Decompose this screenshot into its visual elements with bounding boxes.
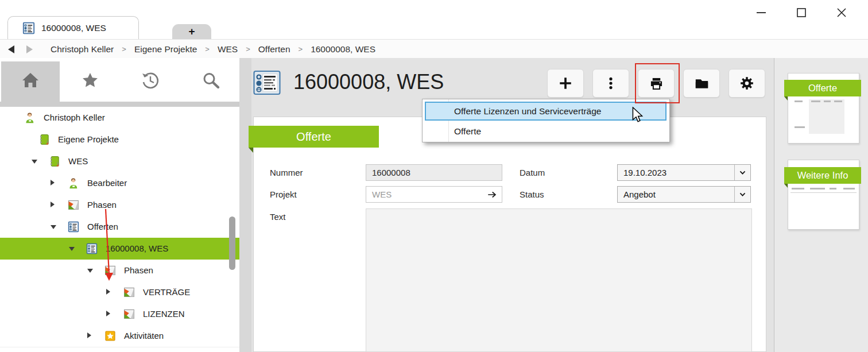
search-icon[interactable] [201, 71, 220, 90]
expander-collapse-icon[interactable] [69, 247, 75, 251]
red-annotation-box [635, 63, 680, 103]
more-actions-button[interactable] [592, 69, 629, 98]
ribbon-fold [249, 148, 253, 153]
expander-expand-icon[interactable] [106, 289, 110, 295]
breadcrumb: Christoph Keller > Eigene Projekte > WES… [51, 40, 375, 59]
tree-item-label: WES [68, 150, 88, 172]
expander-expand-icon[interactable] [51, 180, 55, 185]
tab-label: 16000008, WES [41, 17, 106, 40]
expander-expand-icon[interactable] [51, 202, 55, 207]
datum-value: 19.10.2023 [623, 165, 666, 180]
thumbnail-ribbon-offerte[interactable]: Offerte [784, 80, 861, 96]
tree-item-christoph-keller[interactable]: Christoph Keller [0, 107, 239, 129]
page-title: 16000008, WES [293, 70, 444, 94]
document-tab[interactable]: 16000008, WES [7, 16, 139, 40]
expander-collapse-icon[interactable] [51, 225, 56, 229]
expander-expand-icon[interactable] [106, 311, 110, 316]
activities-icon [104, 330, 116, 342]
chevron-down-icon [738, 168, 747, 177]
settings-button[interactable] [728, 69, 765, 98]
titlebar: 16000008, WES + [0, 0, 868, 39]
tree-item-offerten[interactable]: Offerten [0, 216, 239, 238]
history-icon[interactable] [141, 71, 160, 90]
forward-button[interactable] [26, 45, 33, 53]
tree-item-label: Offerten [87, 216, 118, 238]
user-icon [68, 177, 79, 189]
tree-item-label: LIZENZEN [143, 303, 185, 325]
gear-icon [739, 76, 754, 91]
back-icon [8, 45, 14, 53]
status-combobox[interactable]: Angebot [617, 186, 751, 203]
thumbnail-ribbon-weitere-info[interactable]: Weitere Info [784, 167, 861, 184]
breadcrumb-item[interactable]: Offerten [258, 44, 290, 55]
close-button[interactable] [835, 6, 848, 20]
minimize-button[interactable] [754, 6, 768, 20]
tree-item-phasen-sub[interactable]: Phasen [0, 260, 239, 282]
tree-item-vertraege[interactable]: VERTRÄGE [0, 281, 239, 304]
tree-item-eigene-projekte[interactable]: Eigene Projekte [0, 129, 239, 151]
phase-icon [123, 308, 135, 320]
offer-document-icon [68, 221, 79, 233]
offer-document-icon-large [253, 69, 281, 96]
tree-item-label: VERTRÄGE [143, 281, 190, 303]
forward-icon [26, 45, 33, 53]
combo-dropdown-button[interactable] [734, 187, 750, 202]
project-book-icon [49, 156, 60, 167]
sidebar-tabstrip-edge [0, 102, 239, 107]
mouse-cursor [630, 107, 645, 124]
tree-item-aktivitaeten[interactable]: Aktivitäten [0, 325, 239, 347]
chevron-down-icon [738, 190, 747, 199]
folder-icon [694, 76, 710, 91]
user-icon [24, 112, 36, 123]
new-tab-button[interactable]: + [172, 24, 211, 39]
favorites-star-icon[interactable] [80, 71, 100, 90]
expander-expand-icon[interactable] [87, 332, 91, 338]
field-label-datum: Datum [520, 164, 545, 181]
tree-item-16000008-wes-selected[interactable]: 16000008, WES [0, 238, 239, 260]
breadcrumb-bar: Christoph Keller > Eigene Projekte > WES… [0, 39, 868, 59]
field-label-text: Text [270, 208, 286, 225]
sidebar: Christoph Keller Eigene Projekte WES Bea… [0, 58, 239, 352]
phase-icon [123, 287, 135, 298]
combo-dropdown-button[interactable] [734, 165, 750, 180]
offer-document-icon [86, 243, 98, 254]
breadcrumb-separator: > [122, 45, 126, 53]
sidebar-scrollbar-thumb[interactable] [229, 216, 235, 270]
goto-arrow-icon[interactable] [487, 189, 497, 200]
expander-collapse-icon[interactable] [87, 269, 93, 273]
tree-item-bearbeiter[interactable]: Bearbeiter [0, 172, 239, 195]
nummer-field[interactable]: 16000008 [366, 164, 502, 181]
datum-combobox[interactable]: 19.10.2023 [617, 164, 751, 181]
ribbon-fold [784, 96, 788, 100]
breadcrumb-item[interactable]: WES [218, 44, 238, 55]
add-button[interactable] [547, 69, 584, 98]
ribbon-fold [784, 184, 788, 188]
home-icon[interactable] [21, 71, 40, 90]
maximize-button[interactable] [795, 6, 808, 20]
projekt-value: WES [372, 189, 392, 199]
vertical-dots-icon [603, 76, 618, 91]
breadcrumb-separator: > [246, 45, 250, 53]
tree-item-lizenzen[interactable]: LIZENZEN [0, 303, 239, 326]
menu-item-label: Offerte Lizenzen und Serviceverträge [454, 103, 601, 119]
tree-item-label: Phasen [87, 194, 117, 216]
tree-item-wes[interactable]: WES [0, 150, 239, 173]
plus-icon [558, 76, 573, 91]
breadcrumb-item[interactable]: 16000008, WES [311, 44, 375, 55]
menu-item-offerte[interactable]: Offerte [425, 122, 666, 141]
field-label-projekt: Projekt [270, 186, 297, 203]
projekt-field[interactable]: WES [366, 186, 502, 203]
status-value: Angebot [623, 187, 656, 202]
tree-item-label: Bearbeiter [87, 172, 127, 194]
breadcrumb-item[interactable]: Eigene Projekte [134, 44, 197, 55]
back-button[interactable] [8, 45, 14, 53]
tree-item-phasen[interactable]: Phasen [0, 194, 239, 216]
open-folder-button[interactable] [683, 69, 720, 98]
text-field[interactable] [366, 208, 752, 352]
expander-collapse-icon[interactable] [32, 160, 37, 164]
breadcrumb-separator: > [205, 45, 210, 53]
breadcrumb-item[interactable]: Christoph Keller [51, 44, 114, 55]
menu-item-label: Offerte [454, 122, 481, 141]
app-window: 16000008, WES + Christoph Keller > Eigen… [0, 0, 868, 352]
splitter[interactable] [239, 58, 251, 352]
